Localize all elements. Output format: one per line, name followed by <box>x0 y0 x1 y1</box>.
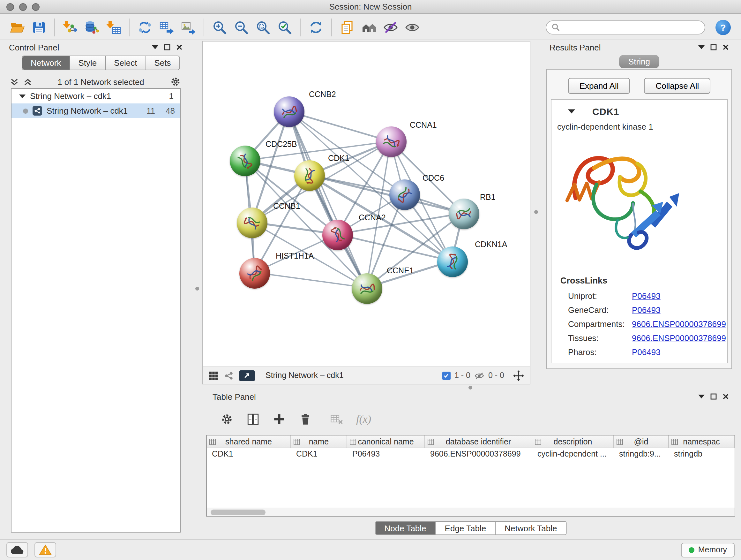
effects-on-button[interactable] <box>403 17 422 37</box>
navigation-crosshair-icon[interactable] <box>513 370 524 381</box>
section-collapse-caret-icon[interactable] <box>568 109 575 114</box>
panel-menu-caret-icon[interactable] <box>152 45 158 49</box>
scrollbar-thumb[interactable] <box>211 509 266 515</box>
network-edge-HIST1H1A-CCNE1[interactable] <box>254 272 366 288</box>
close-panel-icon[interactable] <box>176 44 183 51</box>
cell-description[interactable]: cyclin-dependent ... <box>532 448 614 460</box>
float-panel-icon[interactable] <box>711 393 717 400</box>
export-image-button[interactable] <box>179 17 198 37</box>
copy-button[interactable] <box>338 17 357 37</box>
share-network-icon[interactable] <box>224 371 233 380</box>
crosslink-genecard[interactable]: P06493 <box>632 305 661 314</box>
column-header-description[interactable]: description <box>532 435 614 448</box>
column-header-database-identifier[interactable]: database identifier <box>425 435 532 448</box>
network-node-HIST1H1A[interactable] <box>239 258 270 289</box>
grid-view-icon[interactable] <box>209 371 218 380</box>
collapse-all-button[interactable]: Collapse All <box>644 78 711 94</box>
selected-checkbox-icon[interactable] <box>442 371 451 380</box>
float-panel-icon[interactable] <box>164 44 171 51</box>
network-edge-CCNB2-CCNE1[interactable] <box>289 111 366 288</box>
network-row-selected[interactable]: String Network – cdk1 11 48 <box>11 104 180 118</box>
warnings-button[interactable] <box>35 542 56 557</box>
zoom-fit-button[interactable] <box>253 17 273 37</box>
cell-namespace[interactable]: stringdb <box>669 448 735 460</box>
network-node-CDC25B[interactable] <box>230 145 260 176</box>
maximize-window-button[interactable] <box>32 3 40 11</box>
import-network-database-button[interactable] <box>82 17 102 37</box>
panel-menu-caret-icon[interactable] <box>698 395 704 398</box>
tab-style[interactable]: Style <box>70 56 106 70</box>
horizontal-scrollbar[interactable] <box>207 508 735 516</box>
cell-id[interactable]: stringdb:9... <box>614 448 669 460</box>
left-splitter-handle[interactable] <box>195 287 199 291</box>
close-panel-icon[interactable] <box>723 393 729 400</box>
network-node-CDKN1A[interactable] <box>437 246 468 277</box>
right-splitter-handle[interactable] <box>534 210 538 214</box>
crosslink-pharos[interactable]: P06493 <box>632 347 661 357</box>
bottom-splitter-handle[interactable] <box>468 386 472 389</box>
network-node-CDC6[interactable] <box>389 179 420 210</box>
tab-network-table[interactable]: Network Table <box>495 522 566 535</box>
close-window-button[interactable] <box>6 3 14 11</box>
cell-shared-name[interactable]: CDK1 <box>207 448 291 460</box>
hidden-eye-slash-icon[interactable] <box>474 371 484 380</box>
network-node-CCNB1[interactable] <box>237 207 267 238</box>
zoom-out-button[interactable] <box>232 17 251 37</box>
column-header-shared-name[interactable]: shared name <box>207 435 291 448</box>
column-header-name[interactable]: name <box>291 435 347 448</box>
cell-database-identifier[interactable]: 9606.ENSP00000378699 <box>425 448 532 460</box>
help-button[interactable]: ? <box>716 19 731 35</box>
network-node-CCNA2[interactable] <box>322 220 353 250</box>
string-home-button[interactable] <box>359 17 379 37</box>
tab-node-table[interactable]: Node Table <box>375 522 435 535</box>
gear-icon[interactable] <box>170 76 181 87</box>
minimize-window-button[interactable] <box>19 3 27 11</box>
import-network-file-button[interactable] <box>61 17 80 37</box>
network-node-RB1[interactable] <box>449 199 479 229</box>
function-builder-button[interactable]: f(x) <box>356 413 371 426</box>
network-canvas[interactable]: CCNB2CCNA1CDC25BCDK1CDC6RB1CCNB1CCNA2CDK… <box>203 42 530 367</box>
close-panel-icon[interactable] <box>723 44 729 51</box>
column-header-canonical-name[interactable]: canonical name <box>347 435 425 448</box>
network-node-CDK1[interactable] <box>294 160 325 191</box>
network-collection-row[interactable]: String Network – cdk1 1 <box>11 89 180 104</box>
crosslink-uniprot[interactable]: P06493 <box>632 291 661 300</box>
panel-menu-caret-icon[interactable] <box>698 45 704 49</box>
tab-edge-table[interactable]: Edge Table <box>436 522 496 535</box>
delete-column-icon[interactable] <box>299 413 312 426</box>
open-session-button[interactable] <box>8 17 27 37</box>
add-column-icon[interactable] <box>273 413 286 426</box>
network-node-CCNB2[interactable] <box>274 97 305 127</box>
refresh-button[interactable] <box>307 17 326 37</box>
column-header-namespace[interactable]: namespac <box>669 435 735 448</box>
search-input[interactable] <box>563 23 699 32</box>
expand-all-button[interactable]: Expand All <box>568 78 630 94</box>
cloud-button[interactable] <box>6 542 28 557</box>
network-node-CCNA1[interactable] <box>376 126 407 157</box>
export-table-button[interactable] <box>157 17 176 37</box>
import-table-button[interactable] <box>104 17 123 37</box>
table-row[interactable]: CDK1 CDK1 P06493 9606.ENSP00000378699 cy… <box>207 448 735 460</box>
tab-select[interactable]: Select <box>106 56 146 70</box>
select-columns-icon[interactable] <box>246 413 260 426</box>
network-edge-CCNB2-CCNA1[interactable] <box>289 111 391 141</box>
crosslink-compartments[interactable]: 9606.ENSP00000378699 <box>632 319 726 328</box>
network-node-CCNE1[interactable] <box>352 273 382 304</box>
save-session-button[interactable] <box>29 17 49 37</box>
zoom-in-button[interactable] <box>210 17 229 37</box>
expand-all-icon[interactable] <box>10 78 18 86</box>
memory-button[interactable]: Memory <box>681 543 735 557</box>
column-header-id[interactable]: @id <box>614 435 669 448</box>
float-panel-icon[interactable] <box>711 44 717 51</box>
tree-expander-icon[interactable] <box>19 94 25 98</box>
effects-off-button[interactable] <box>381 17 400 37</box>
tab-sets[interactable]: Sets <box>146 56 179 70</box>
delete-table-icon[interactable] <box>330 413 343 426</box>
zoom-selected-button[interactable] <box>275 17 294 37</box>
cell-canonical-name[interactable]: P06493 <box>347 448 425 460</box>
table-gear-icon[interactable] <box>220 413 233 426</box>
cell-name[interactable]: CDK1 <box>291 448 347 460</box>
string-results-tab[interactable]: String <box>619 55 660 68</box>
clone-network-button[interactable] <box>135 17 154 37</box>
collapse-all-icon[interactable] <box>23 78 32 86</box>
